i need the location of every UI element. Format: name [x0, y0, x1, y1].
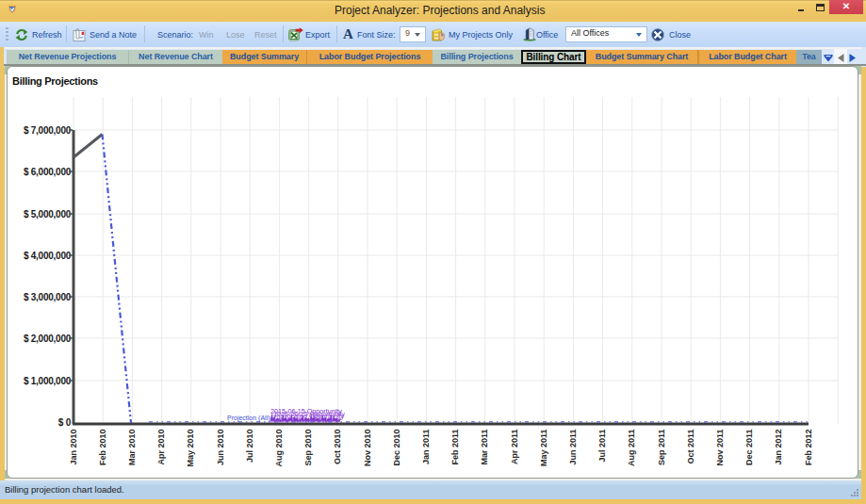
svg-text:$ 7,000,000: $ 7,000,000	[24, 125, 72, 136]
svg-text:Dec 2010: Dec 2010	[392, 430, 401, 466]
svg-text:Jan 2011: Jan 2011	[421, 430, 431, 465]
svg-text:Oct 2011: Oct 2011	[686, 430, 695, 464]
svg-text:Apr 2010: Apr 2010	[156, 430, 166, 465]
svg-text:$ 0: $ 0	[58, 417, 72, 428]
svg-text:May 2011: May 2011	[539, 430, 548, 467]
svg-text:$ 6,000,000: $ 6,000,000	[24, 167, 72, 177]
svg-text:May 2010: May 2010	[186, 430, 195, 467]
svg-text:Apr 2011: Apr 2011	[510, 430, 519, 465]
svg-text:Mar 2011: Mar 2011	[480, 430, 489, 465]
svg-text:Jan 2012: Jan 2012	[774, 430, 783, 465]
svg-text:Sep 2011: Sep 2011	[657, 430, 666, 466]
svg-text:Jun 2011: Jun 2011	[568, 430, 578, 465]
svg-text:$ 1,000,000: $ 1,000,000	[24, 376, 72, 386]
svg-text:Jan 2010: Jan 2010	[69, 430, 78, 465]
svg-text:Dec 2011: Dec 2011	[744, 430, 754, 466]
svg-text:Unallocated Opportunity: Unallocated Opportunity	[271, 412, 345, 420]
svg-text:Sep 2010: Sep 2010	[303, 430, 313, 466]
svg-text:Nov 2010: Nov 2010	[363, 430, 372, 467]
svg-text:Mar 2010: Mar 2010	[127, 430, 137, 466]
svg-text:Aug 2010: Aug 2010	[274, 430, 284, 467]
svg-text:Feb 2010: Feb 2010	[98, 430, 107, 466]
svg-text:Projection (All): Projection (All)	[227, 415, 270, 422]
svg-text:Jul 2010: Jul 2010	[245, 430, 254, 463]
svg-text:Oct 2010: Oct 2010	[333, 430, 342, 465]
svg-text:$ 4,000,000: $ 4,000,000	[24, 251, 72, 261]
svg-text:$ 2,000,000: $ 2,000,000	[24, 333, 72, 344]
svg-text:Aug 2011: Aug 2011	[627, 430, 636, 467]
svg-text:Feb 2011: Feb 2011	[450, 430, 460, 465]
svg-text:Jul 2011: Jul 2011	[597, 430, 607, 463]
svg-text:Billing Projections: Billing Projections	[12, 75, 98, 87]
svg-text:Nov 2011: Nov 2011	[715, 430, 725, 466]
svg-text:$ 5,000,000: $ 5,000,000	[24, 209, 72, 219]
svg-text:$ 3,000,000: $ 3,000,000	[24, 292, 72, 302]
svg-text:Feb 2012: Feb 2012	[804, 430, 813, 466]
svg-text:Jun 2010: Jun 2010	[216, 430, 225, 466]
